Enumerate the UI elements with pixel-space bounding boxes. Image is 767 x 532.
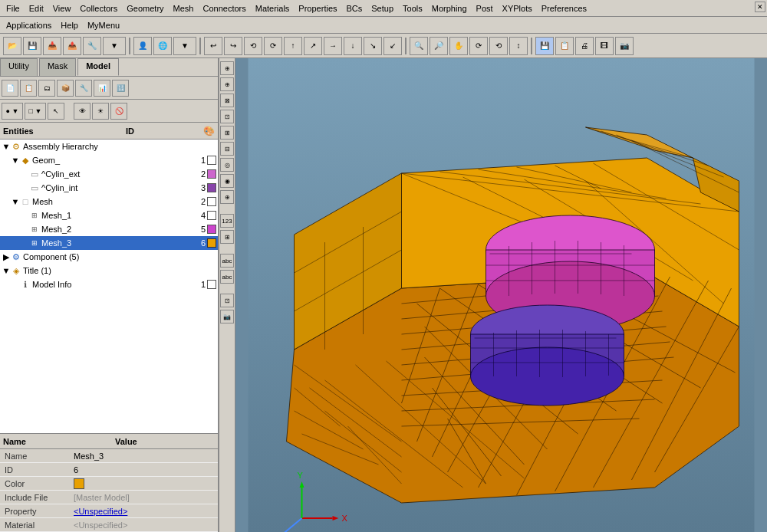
lt-hide-btn[interactable]: 🚫 [110,103,127,120]
lt-btn3[interactable]: 🗂 [38,80,55,97]
sidenav-btn13[interactable]: abc [220,270,234,284]
tb-search[interactable]: 🔍 [410,37,428,55]
menu-edit[interactable]: Edit [25,2,48,15]
prop-color-swatch[interactable] [74,478,84,489]
menu-bcs[interactable]: BCs [342,2,367,15]
menu-setup[interactable]: Setup [367,2,398,15]
menu-xyplots[interactable]: XYPlots [498,2,537,15]
tb-btn12[interactable]: ↗ [304,37,322,55]
tb-export[interactable]: 📤 [63,37,81,55]
lt-btn7[interactable]: 🔢 [112,80,129,97]
menu-preferences[interactable]: Preferences [537,2,591,15]
sidenav-btn8[interactable]: ◉ [220,174,234,188]
menu-mesh[interactable]: Mesh [169,2,199,15]
sidenav-btn7[interactable]: ◎ [220,158,234,172]
tree-row-modelinfo[interactable]: ℹ Model Info 1 [0,277,218,291]
tb-save2[interactable]: 💾 [535,37,554,55]
tb-btn14[interactable]: ↓ [344,37,362,55]
tb-redo[interactable]: ↪ [224,37,242,55]
sidenav-btn9[interactable]: ⊕ [220,190,234,204]
tb-btn8[interactable]: 🌐 [153,37,172,55]
tb-btn11[interactable]: ↑ [284,37,302,55]
menu-materials[interactable]: Materials [251,2,295,15]
expand-mesh[interactable]: ▼ [11,197,20,206]
tab-model[interactable]: Model [77,58,119,76]
sidenav-btn6[interactable]: ⊟ [220,142,234,156]
tree-row-mesh1[interactable]: ⊞ Mesh_1 4 [0,209,218,222]
tb-btn13[interactable]: → [324,37,342,55]
sidenav-btn12[interactable]: abc [220,254,234,268]
tree-row-mesh2[interactable]: ⊞ Mesh_2 5 [0,222,218,236]
menu-morphing[interactable]: Morphing [427,2,472,15]
lt-btn6[interactable]: 📊 [94,80,110,97]
sidenav-btn4[interactable]: ⊡ [220,110,234,123]
expand-component[interactable]: ▶ [2,252,11,261]
menu-properties[interactable]: Properties [294,2,341,15]
tb-btn20[interactable]: 🖨 [575,37,594,55]
menu-collectors[interactable]: Collectors [75,2,122,15]
expand-title[interactable]: ▼ [2,266,11,275]
menu-connectors[interactable]: Connectors [198,2,250,15]
menu-help[interactable]: Help [56,19,83,31]
tb-btn16[interactable]: ↙ [384,37,402,55]
menu-geometry[interactable]: Geometry [122,2,168,15]
lt-btn4[interactable]: 📦 [57,80,74,97]
lt-show-btn[interactable]: ☀ [92,103,109,120]
lt-btn5[interactable]: 🔧 [75,80,92,97]
lt-btn2[interactable]: 📋 [20,80,37,97]
tb-rotate[interactable]: ⟳ [469,37,488,55]
tree-container[interactable]: ▼ ⚙ Assembly Hierarchy ▼ ◆ Geom_ 1 ▭ ^Cy… [0,140,218,433]
sidenav-btn10[interactable]: 123 [220,214,234,228]
tb-btn17[interactable]: ⟲ [489,37,508,55]
tree-row-cylin-ext[interactable]: ▭ ^Cylin_ext 2 [0,167,218,181]
tb-btn7[interactable]: 👤 [133,37,152,55]
tb-save[interactable]: 💾 [23,37,41,55]
tb-btn21[interactable]: 🎞 [595,37,614,55]
tb-pan[interactable]: ✋ [449,37,468,55]
tb-btn8b[interactable]: ▼ [173,37,196,55]
sidenav-btn1[interactable]: ⊕ [220,61,234,75]
tb-open[interactable]: 📂 [3,37,21,55]
tb-import[interactable]: 📥 [43,37,61,55]
tree-row-mesh3[interactable]: ⊞ Mesh_3 6 [0,236,218,250]
tree-row-cylin-int[interactable]: ▭ ^Cylin_int 3 [0,181,218,195]
menu-mymenu[interactable]: MyMenu [83,19,124,31]
sidenav-btn3[interactable]: ⊠ [220,94,234,107]
sidenav-btn14[interactable]: ⊡ [220,294,234,307]
menu-applications[interactable]: Applications [2,19,56,31]
tb-btn10[interactable]: ⟳ [264,37,282,55]
lt-layer-btn[interactable]: □ ▼ [25,103,46,120]
tb-btn15[interactable]: ↘ [364,37,382,55]
tb-btn6[interactable]: ▼ [103,37,126,55]
tab-mask[interactable]: Mask [39,58,76,76]
menu-post[interactable]: Post [472,2,498,15]
lt-btn1[interactable]: 📄 [2,80,18,97]
sidenav-btn2[interactable]: ⊕ [220,77,234,91]
tb-btn9[interactable]: ⟲ [244,37,262,55]
tb-btn19[interactable]: 📋 [555,37,574,55]
sidenav-btn11[interactable]: ⊞ [220,230,234,244]
tb-btn22[interactable]: 📷 [615,37,634,55]
menu-tools[interactable]: Tools [398,2,427,15]
tree-row-assembly[interactable]: ▼ ⚙ Assembly Hierarchy [0,140,218,153]
tree-row-component[interactable]: ▶ ⚙ Component (5) [0,250,218,264]
tree-row-geom[interactable]: ▼ ◆ Geom_ 1 [0,153,218,167]
lt-eye-btn[interactable]: 👁 [74,103,91,120]
tree-row-title[interactable]: ▼ ◈ Title (1) [0,264,218,277]
tree-row-mesh[interactable]: ▼ □ Mesh 2 [0,195,218,209]
tb-undo[interactable]: ↩ [204,37,222,55]
expand-geom[interactable]: ▼ [11,156,20,165]
viewport[interactable]: X Y Z [235,58,767,532]
tb-btn5[interactable]: 🔧 [83,37,101,55]
lt-color-btn[interactable]: ● ▼ [2,103,23,120]
expand-assembly[interactable]: ▼ [2,142,11,151]
sidenav-btn15[interactable]: 📷 [220,310,234,323]
sidenav-btn5[interactable]: ⊞ [220,126,234,140]
close-panel-button[interactable]: ✕ [755,2,765,12]
lt-cursor-btn[interactable]: ↖ [48,103,64,120]
tab-utility[interactable]: Utility [0,58,38,76]
tb-zoom[interactable]: 🔎 [430,37,448,55]
menu-file[interactable]: File [2,2,25,15]
prop-value-property[interactable]: <Unspecified> [74,507,213,516]
menu-view[interactable]: View [48,2,76,15]
